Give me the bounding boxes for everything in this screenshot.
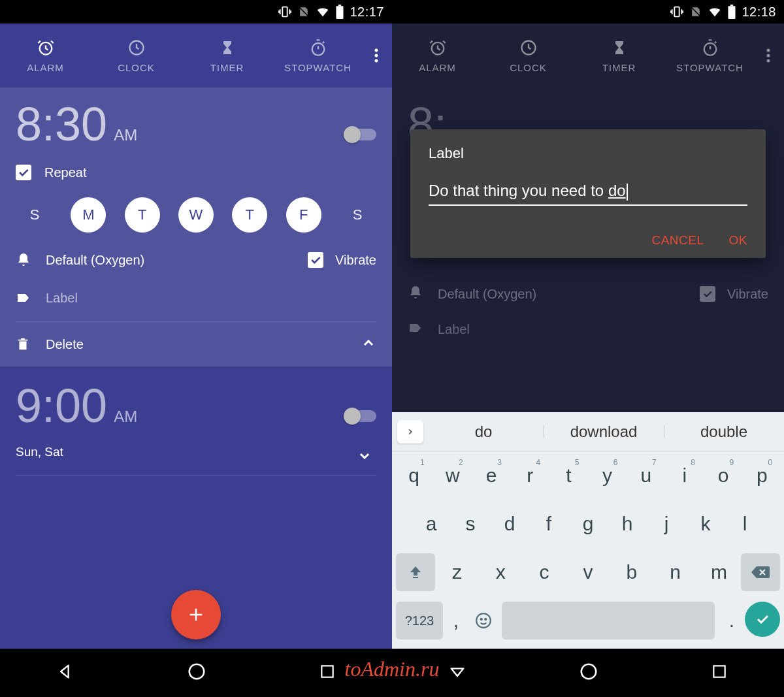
alarm-time-value: 9:00 (16, 382, 107, 429)
nav-back-icon[interactable] (56, 662, 74, 683)
alarm-label-row[interactable]: Label (16, 290, 376, 306)
shift-key[interactable] (396, 553, 435, 591)
vibrate-mode-icon (278, 5, 292, 19)
wifi-icon (708, 5, 722, 19)
key-c[interactable]: c (529, 553, 560, 591)
repeat-checkbox[interactable] (16, 165, 31, 180)
key-w[interactable]: w2 (437, 457, 468, 494)
label-input[interactable]: Do that thing you need to do (429, 182, 747, 206)
tab-stopwatch[interactable]: STOPWATCH (664, 24, 755, 88)
battery-icon (727, 5, 736, 19)
nav-home-icon[interactable] (187, 662, 206, 684)
key-v[interactable]: v (572, 553, 604, 591)
status-bar: 12:18 (392, 0, 784, 24)
day-sat[interactable]: S (340, 197, 375, 233)
key-y[interactable]: y6 (592, 457, 623, 494)
day-sun[interactable]: S (17, 197, 52, 233)
alarm-enable-toggle[interactable] (345, 410, 376, 422)
comma-key[interactable]: , (443, 602, 469, 640)
key-k[interactable]: k (690, 505, 721, 543)
bell-icon (408, 285, 423, 303)
phone-left: 12:17 ALARM CLOCK TIMER STOPWATCH 8:30 A… (0, 0, 392, 697)
key-i[interactable]: i8 (669, 457, 700, 494)
nav-back-icon[interactable] (448, 662, 466, 683)
expand-icon[interactable] (357, 448, 372, 466)
key-h[interactable]: h (612, 505, 643, 543)
key-j[interactable]: j (651, 505, 682, 543)
key-row-1: q1w2e3r4t5y6u7i8o9p0 (392, 451, 784, 500)
day-wed[interactable]: W (178, 197, 214, 233)
key-x[interactable]: x (485, 553, 516, 591)
alarm-ampm: AM (114, 408, 137, 426)
svg-point-7 (375, 54, 378, 57)
alarm-card-collapsed[interactable]: 9:00 AM Sun, Sat (0, 366, 392, 491)
svg-rect-2 (338, 5, 341, 6)
key-g[interactable]: g (572, 505, 604, 543)
key-p[interactable]: p0 (746, 457, 777, 494)
suggestion-1[interactable]: do (423, 423, 544, 441)
svg-point-21 (476, 613, 491, 628)
hourglass-icon (218, 39, 237, 57)
suggestion-3[interactable]: double (664, 423, 784, 441)
overflow-menu[interactable] (755, 24, 781, 88)
tab-stopwatch[interactable]: STOPWATCH (272, 24, 363, 88)
symbols-key[interactable]: ?123 (396, 602, 443, 640)
key-s[interactable]: s (455, 505, 486, 543)
clock-icon (519, 39, 538, 57)
suggestion-2[interactable]: download (544, 423, 664, 441)
day-thu[interactable]: T (232, 197, 267, 233)
delete-alarm-button[interactable]: Delete (16, 336, 84, 352)
key-l[interactable]: l (729, 505, 760, 543)
tab-label: ALARM (419, 62, 456, 73)
key-z[interactable]: z (441, 553, 472, 591)
day-tue[interactable]: T (125, 197, 160, 233)
collapse-icon[interactable] (361, 335, 376, 353)
ok-button[interactable]: OK (729, 233, 747, 248)
repeat-label: Repeat (44, 165, 87, 180)
tab-timer[interactable]: TIMER (182, 24, 272, 88)
tab-alarm[interactable]: ALARM (392, 24, 483, 88)
overflow-menu[interactable] (363, 24, 389, 88)
key-n[interactable]: n (660, 553, 691, 591)
key-t[interactable]: t5 (553, 457, 584, 494)
svg-rect-11 (675, 7, 679, 17)
day-mon[interactable]: M (71, 197, 106, 233)
nav-recents-icon[interactable] (319, 663, 336, 683)
key-q[interactable]: q1 (399, 457, 430, 494)
expand-suggestions-icon[interactable] (397, 420, 423, 444)
key-u[interactable]: u7 (630, 457, 662, 494)
stopwatch-icon (309, 39, 327, 57)
emoji-key[interactable] (469, 602, 498, 640)
tab-clock[interactable]: CLOCK (91, 24, 182, 88)
key-row-4: ?123 , . (392, 596, 784, 649)
nav-home-icon[interactable] (579, 662, 598, 684)
key-e[interactable]: e3 (476, 457, 507, 494)
key-f[interactable]: f (533, 505, 564, 543)
vibrate-checkbox[interactable] (308, 252, 323, 268)
tab-clock[interactable]: CLOCK (483, 24, 574, 88)
tab-label: TIMER (210, 62, 244, 73)
space-key[interactable] (502, 602, 715, 640)
key-r[interactable]: r4 (514, 457, 546, 494)
period-key[interactable]: . (719, 602, 745, 640)
vibrate-row[interactable]: Vibrate (308, 252, 376, 268)
key-m[interactable]: m (703, 553, 734, 591)
tab-alarm[interactable]: ALARM (0, 24, 91, 88)
tab-timer[interactable]: TIMER (574, 24, 664, 88)
enter-key[interactable] (745, 602, 780, 637)
day-fri[interactable]: F (286, 197, 321, 233)
repeat-row[interactable]: Repeat (16, 165, 376, 180)
cancel-button[interactable]: CANCEL (651, 233, 704, 248)
alarm-sound-row[interactable]: Default (Oxygen) (16, 252, 144, 268)
key-o[interactable]: o9 (708, 457, 739, 494)
nav-recents-icon[interactable] (711, 663, 728, 683)
add-alarm-fab[interactable] (171, 590, 221, 640)
alarm-enable-toggle[interactable] (345, 129, 376, 140)
key-a[interactable]: a (416, 505, 447, 543)
alarm-days-summary: Sun, Sat (16, 445, 376, 459)
key-b[interactable]: b (616, 553, 647, 591)
bell-icon (16, 252, 31, 268)
key-d[interactable]: d (494, 505, 525, 543)
alarm-time[interactable]: 8:30 AM (16, 101, 137, 148)
backspace-key[interactable] (741, 553, 780, 591)
